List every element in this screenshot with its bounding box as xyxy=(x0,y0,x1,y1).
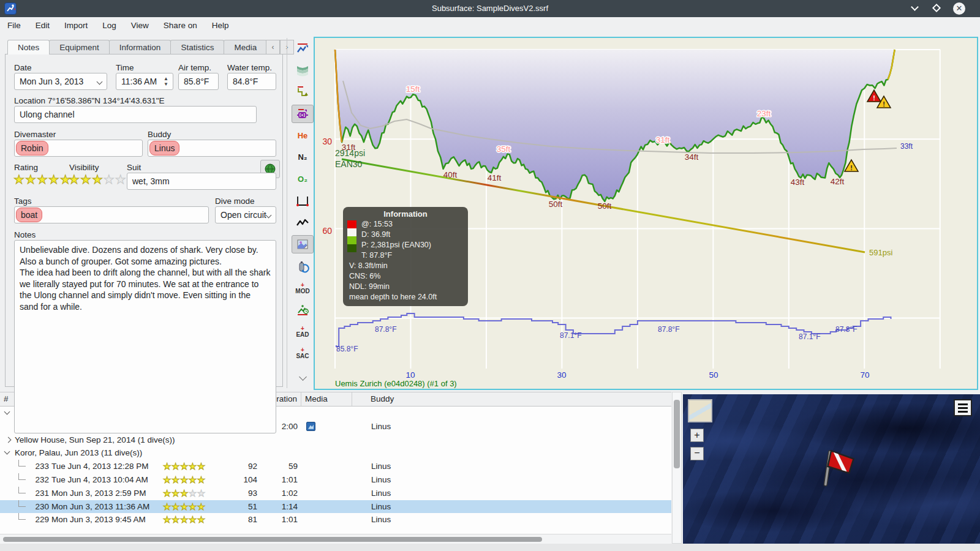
divemaster-input[interactable]: Robin xyxy=(14,140,143,157)
notes-textarea[interactable]: Unbelievable dive. Dozens and dozens of … xyxy=(14,240,276,433)
ndl-tts-button[interactable] xyxy=(292,301,314,319)
rating-stars[interactable]: ★★★★★ xyxy=(13,172,72,187)
photos-button[interactable] xyxy=(292,235,314,253)
dive-mode-icon xyxy=(296,42,309,55)
rating-label: Rating xyxy=(14,163,38,172)
scrollbar-handle[interactable] xyxy=(3,537,542,542)
visibility-stars[interactable]: ★★★★★ xyxy=(69,172,127,187)
dive-number: 231 xyxy=(0,487,51,500)
map-overview-button[interactable] xyxy=(688,399,712,422)
tags-input[interactable]: boat xyxy=(14,206,209,223)
tooltip-color-swatches xyxy=(347,220,356,252)
map-zoom-in-button[interactable]: + xyxy=(690,429,704,442)
toolbar-scroll-down-button[interactable] xyxy=(292,367,314,386)
menu-view[interactable]: View xyxy=(124,17,156,34)
ceiling-button[interactable] xyxy=(292,61,314,80)
profile-toolbar: HeN₂O₂+MOD+EAD+SAC xyxy=(292,39,315,389)
tank-bar-button[interactable] xyxy=(292,257,314,276)
location-input[interactable]: Ulong channel xyxy=(14,106,257,123)
maximize-button[interactable] xyxy=(931,2,943,15)
tab-equipment[interactable]: Equipment xyxy=(49,40,110,54)
dive-depth: 92 xyxy=(229,460,261,473)
svg-text:!: ! xyxy=(850,164,853,171)
dive-profile-panel[interactable]: 15ft35ft31ft23ft31ft40ft41ft50ft50ft34ft… xyxy=(314,37,978,390)
dc-reported-ceiling-button[interactable] xyxy=(292,105,314,123)
column-header-media[interactable]: Media xyxy=(301,392,352,406)
spinner-icon[interactable]: ▲▼ xyxy=(163,76,169,87)
dive-duration: 1:14 xyxy=(261,500,301,514)
map-menu-button[interactable] xyxy=(954,399,972,416)
air-temp-input[interactable]: 85.8°F xyxy=(178,73,219,90)
svg-text:30: 30 xyxy=(322,137,332,146)
dive-duration: 59 xyxy=(261,460,301,473)
dive-row[interactable]: 229Mon Jun 3, 2013 9:45 AM★★★★★811:01Lin… xyxy=(0,513,671,527)
vertical-scrollbar[interactable] xyxy=(672,392,682,544)
dive-flag-marker[interactable] xyxy=(819,444,858,492)
horizontal-scrollbar[interactable] xyxy=(0,534,671,544)
mod-button[interactable]: +MOD xyxy=(292,279,314,298)
date-input[interactable]: Mon Jun 3, 2013 xyxy=(14,73,107,90)
water-temp-input[interactable]: 84.8°F xyxy=(227,73,276,90)
time-label: Time xyxy=(116,63,134,72)
dive-row[interactable]: 230Mon Jun 3, 2013 11:36 AM★★★★★511:14Li… xyxy=(0,500,671,514)
tab-notes[interactable]: Notes xyxy=(7,40,50,54)
ead-button[interactable]: +EAD xyxy=(292,323,314,341)
dive-mode-select[interactable]: Open circuit xyxy=(215,206,276,223)
tab-statistics[interactable]: Statistics xyxy=(170,40,224,54)
star-icon: ★ xyxy=(48,173,60,186)
minimize-button[interactable] xyxy=(909,2,921,15)
menu-import[interactable]: Import xyxy=(57,17,95,34)
calculated-ceiling-button[interactable] xyxy=(292,83,314,101)
tab-media[interactable]: Media xyxy=(224,40,267,54)
tab-information[interactable]: Information xyxy=(109,40,172,54)
menu-share-on[interactable]: Share on xyxy=(156,17,205,34)
svg-text:87.1°F: 87.1°F xyxy=(799,332,820,341)
helium-graph-button[interactable]: He xyxy=(292,126,314,144)
trip-row[interactable]: Koror, Palau, Jun 2013 (11 dive(s)) xyxy=(0,446,671,460)
collapse-icon[interactable] xyxy=(4,409,10,415)
sac-button[interactable]: +SAC xyxy=(292,344,314,362)
dive-buddy: Linus xyxy=(352,487,671,500)
hamburger-icon xyxy=(958,403,968,413)
tooltip-line: @: 15:53 xyxy=(348,219,463,230)
dive-row[interactable]: 232Tue Jun 4, 2013 10:04 AM★★★★★1041:01L… xyxy=(0,473,671,487)
dive-date: Mon Jun 3, 2013 11:36 AM xyxy=(51,500,160,514)
dive-depth: 104 xyxy=(229,473,261,487)
svg-text:50ft: 50ft xyxy=(549,200,563,209)
ruler-button[interactable] xyxy=(292,192,314,210)
menu-file[interactable]: File xyxy=(0,17,28,34)
suit-input[interactable]: wet, 3mm xyxy=(127,173,276,190)
dive-depth: 81 xyxy=(229,513,261,527)
time-input[interactable]: 11:36 AM▲▼ xyxy=(116,73,173,90)
column-header-buddy[interactable]: Buddy xyxy=(352,392,671,406)
tank-bar-icon xyxy=(296,260,309,273)
dive-mode-button[interactable] xyxy=(292,39,314,58)
trip-row[interactable]: Yellow House, Sun Sep 21, 2014 (1 dive(s… xyxy=(0,433,671,447)
menu-log[interactable]: Log xyxy=(95,17,124,34)
expand-icon[interactable] xyxy=(6,437,12,443)
dive-site-map[interactable]: + − xyxy=(683,394,980,550)
scrollbar-handle[interactable] xyxy=(674,400,680,468)
svg-text:Uemis Zurich (e04d0248) (#1 of: Uemis Zurich (e04d0248) (#1 of 3) xyxy=(335,379,457,388)
menu-help[interactable]: Help xyxy=(205,17,236,34)
menu-edit[interactable]: Edit xyxy=(28,17,57,34)
oxygen-graph-button[interactable]: O₂ xyxy=(292,170,314,189)
star-icon: ★ xyxy=(115,173,127,186)
collapse-icon[interactable] xyxy=(4,449,10,455)
media-thumbnail-icon[interactable] xyxy=(306,422,315,431)
tab-scroll-left-icon[interactable]: ‹ xyxy=(266,40,280,54)
heart-rate-button[interactable] xyxy=(292,214,314,232)
buddy-input[interactable]: Linus xyxy=(148,140,276,157)
dive-duration: 1:01 xyxy=(261,513,301,527)
nitrogen-graph-button[interactable]: N₂ xyxy=(292,148,314,167)
dive-row[interactable]: 231Mon Jun 3, 2013 2:59 PM★★★★★931:02Lin… xyxy=(0,487,671,500)
suit-label: Suit xyxy=(127,163,141,172)
buddy-tag: Linus xyxy=(149,141,179,156)
map-zoom-out-button[interactable]: − xyxy=(690,447,704,460)
information-tooltip: Information @: 15:53D: 36.9ftP: 2,381psi… xyxy=(343,207,468,306)
svg-text:50ft: 50ft xyxy=(598,201,612,211)
panel-separator[interactable] xyxy=(287,38,287,388)
dive-row[interactable]: 233Tue Jun 4, 2013 12:28 PM★★★★★9259Linu… xyxy=(0,460,671,473)
close-button[interactable]: ✕ xyxy=(953,2,965,15)
date-label: Date xyxy=(14,63,32,72)
